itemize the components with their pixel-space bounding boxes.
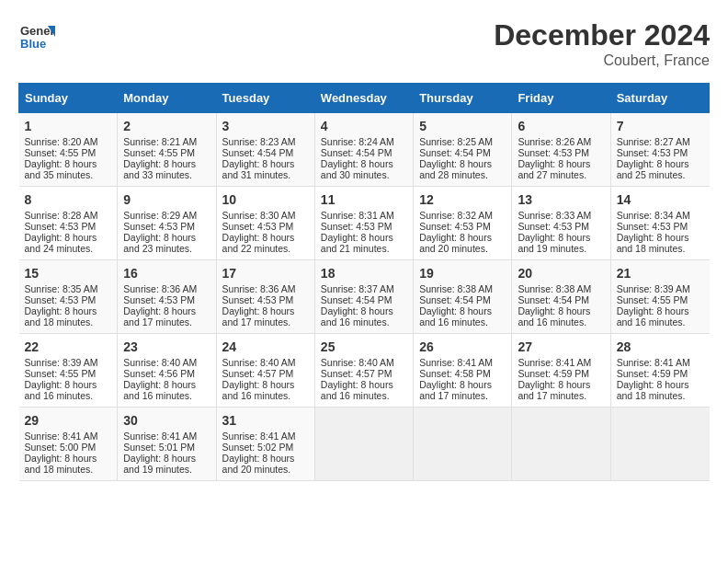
calendar-cell	[610, 408, 709, 481]
day-info: Sunset: 4:54 PM	[321, 294, 407, 305]
day-info: Sunrise: 8:41 AM	[419, 357, 506, 368]
day-info: Sunrise: 8:40 AM	[222, 357, 309, 368]
calendar-cell: 31Sunrise: 8:41 AMSunset: 5:02 PMDayligh…	[216, 408, 314, 481]
calendar-cell: 12Sunrise: 8:32 AMSunset: 4:53 PMDayligh…	[414, 187, 512, 260]
calendar-cell: 3Sunrise: 8:23 AMSunset: 4:54 PMDaylight…	[216, 113, 314, 187]
day-info: Daylight: 8 hours	[25, 305, 112, 316]
calendar-cell: 7Sunrise: 8:27 AMSunset: 4:53 PMDaylight…	[610, 113, 709, 187]
day-info: and 18 minutes.	[25, 464, 112, 475]
col-header-wednesday: Wednesday	[314, 84, 413, 113]
day-info: and 16 minutes.	[518, 316, 604, 327]
day-info: Daylight: 8 hours	[222, 158, 309, 169]
calendar-cell: 22Sunrise: 8:39 AMSunset: 4:55 PMDayligh…	[19, 334, 118, 408]
calendar-cell: 5Sunrise: 8:25 AMSunset: 4:54 PMDaylight…	[414, 113, 512, 187]
day-info: Daylight: 8 hours	[222, 453, 309, 464]
day-info: Sunrise: 8:23 AM	[222, 136, 309, 147]
day-info: Sunrise: 8:40 AM	[123, 357, 210, 368]
day-info: Sunset: 4:53 PM	[222, 294, 309, 305]
day-info: Sunset: 4:57 PM	[222, 368, 309, 379]
day-info: Daylight: 8 hours	[419, 158, 506, 169]
day-number: 25	[321, 339, 407, 354]
day-info: Sunrise: 8:20 AM	[25, 136, 112, 147]
day-number: 11	[321, 192, 407, 207]
day-number: 15	[25, 266, 112, 281]
day-number: 18	[321, 266, 407, 281]
day-info: and 16 minutes.	[321, 316, 407, 327]
calendar-cell	[414, 408, 512, 481]
calendar-cell: 14Sunrise: 8:34 AMSunset: 4:53 PMDayligh…	[610, 187, 709, 260]
day-number: 28	[617, 339, 704, 354]
day-info: and 23 minutes.	[123, 243, 210, 254]
day-info: and 25 minutes.	[617, 169, 704, 180]
day-info: Sunset: 4:53 PM	[518, 221, 604, 232]
day-info: and 16 minutes.	[617, 316, 704, 327]
day-info: Daylight: 8 hours	[222, 305, 309, 316]
day-info: Sunset: 4:57 PM	[321, 368, 407, 379]
day-info: Daylight: 8 hours	[419, 305, 506, 316]
day-info: Sunrise: 8:41 AM	[123, 431, 210, 442]
day-info: Sunrise: 8:29 AM	[123, 210, 210, 221]
day-info: Sunset: 4:54 PM	[419, 147, 506, 158]
week-row-1: 1Sunrise: 8:20 AMSunset: 4:55 PMDaylight…	[19, 113, 710, 187]
calendar-cell: 4Sunrise: 8:24 AMSunset: 4:54 PMDaylight…	[314, 113, 413, 187]
day-info: Daylight: 8 hours	[321, 379, 407, 390]
day-info: Sunrise: 8:37 AM	[321, 283, 407, 294]
col-header-thursday: Thursday	[414, 84, 512, 113]
day-info: Sunrise: 8:25 AM	[419, 136, 506, 147]
col-header-saturday: Saturday	[610, 84, 709, 113]
day-info: and 17 minutes.	[123, 316, 210, 327]
day-info: Sunset: 4:53 PM	[617, 147, 704, 158]
col-header-friday: Friday	[512, 84, 610, 113]
day-info: Sunrise: 8:38 AM	[518, 283, 604, 294]
day-info: Sunset: 4:54 PM	[321, 147, 407, 158]
day-number: 22	[25, 339, 112, 354]
day-info: Sunrise: 8:36 AM	[222, 283, 309, 294]
day-info: Sunset: 4:55 PM	[25, 368, 112, 379]
day-info: Sunrise: 8:26 AM	[518, 136, 604, 147]
day-info: Sunset: 4:54 PM	[222, 147, 309, 158]
day-info: and 30 minutes.	[321, 169, 407, 180]
calendar-cell: 11Sunrise: 8:31 AMSunset: 4:53 PMDayligh…	[314, 187, 413, 260]
day-number: 24	[222, 339, 309, 354]
day-info: Daylight: 8 hours	[25, 232, 112, 243]
day-info: Sunrise: 8:33 AM	[518, 210, 604, 221]
day-info: Daylight: 8 hours	[123, 158, 210, 169]
day-number: 12	[419, 192, 506, 207]
day-info: Sunset: 4:53 PM	[123, 294, 210, 305]
week-row-3: 15Sunrise: 8:35 AMSunset: 4:53 PMDayligh…	[19, 260, 710, 334]
col-header-monday: Monday	[118, 84, 216, 113]
day-number: 20	[518, 266, 604, 281]
day-info: Sunrise: 8:35 AM	[25, 283, 112, 294]
day-info: Sunset: 4:55 PM	[123, 147, 210, 158]
day-number: 10	[222, 192, 309, 207]
col-header-sunday: Sunday	[19, 84, 118, 113]
day-number: 5	[419, 119, 506, 133]
day-info: Daylight: 8 hours	[222, 232, 309, 243]
calendar-cell: 15Sunrise: 8:35 AMSunset: 4:53 PMDayligh…	[19, 260, 118, 334]
calendar-cell: 20Sunrise: 8:38 AMSunset: 4:54 PMDayligh…	[512, 260, 610, 334]
day-info: and 18 minutes.	[617, 243, 704, 254]
day-number: 9	[123, 192, 210, 207]
calendar-cell: 25Sunrise: 8:40 AMSunset: 4:57 PMDayligh…	[314, 334, 413, 408]
day-info: and 19 minutes.	[518, 243, 604, 254]
day-info: Sunset: 4:58 PM	[419, 368, 506, 379]
day-info: Daylight: 8 hours	[617, 379, 704, 390]
day-info: Sunset: 4:54 PM	[518, 294, 604, 305]
day-info: and 22 minutes.	[222, 243, 309, 254]
day-info: Sunrise: 8:21 AM	[123, 136, 210, 147]
calendar-cell: 30Sunrise: 8:41 AMSunset: 5:01 PMDayligh…	[118, 408, 216, 481]
calendar-cell	[314, 408, 413, 481]
day-info: Sunset: 4:53 PM	[518, 147, 604, 158]
day-info: and 17 minutes.	[419, 390, 506, 401]
day-info: and 18 minutes.	[25, 316, 112, 327]
day-number: 4	[321, 119, 407, 133]
day-number: 30	[123, 413, 210, 428]
day-info: and 31 minutes.	[222, 169, 309, 180]
day-info: Sunset: 4:53 PM	[321, 221, 407, 232]
day-info: and 17 minutes.	[222, 316, 309, 327]
day-number: 14	[617, 192, 704, 207]
logo-icon: General Blue	[18, 18, 55, 55]
day-info: Daylight: 8 hours	[222, 379, 309, 390]
calendar-cell: 27Sunrise: 8:41 AMSunset: 4:59 PMDayligh…	[512, 334, 610, 408]
calendar-cell: 2Sunrise: 8:21 AMSunset: 4:55 PMDaylight…	[118, 113, 216, 187]
